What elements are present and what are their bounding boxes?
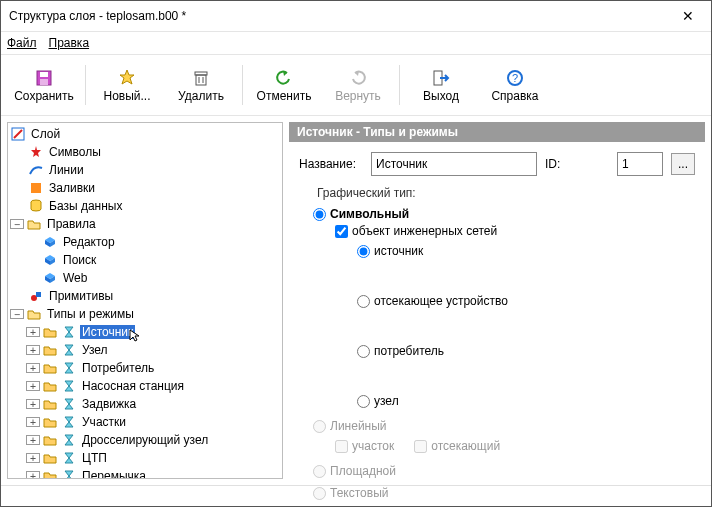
fill-icon bbox=[28, 180, 44, 196]
window-title: Структура слоя - teplosam.b00 * bbox=[9, 9, 673, 23]
radio-cutoff[interactable] bbox=[357, 295, 370, 308]
radio-consumer[interactable] bbox=[357, 345, 370, 358]
menu-file[interactable]: Файл bbox=[7, 36, 37, 50]
exit-button[interactable]: Выход bbox=[404, 58, 478, 112]
id-more-button[interactable]: ... bbox=[671, 153, 695, 175]
tree-item[interactable]: Перемычка bbox=[80, 469, 148, 479]
hourglass-icon bbox=[61, 396, 77, 412]
tree-view[interactable]: Слой Символы Линии Заливки Базы данных −… bbox=[7, 122, 283, 479]
tree-item[interactable]: Насосная станция bbox=[80, 379, 186, 393]
tree-rules[interactable]: Правила bbox=[45, 217, 98, 231]
close-icon[interactable]: ✕ bbox=[673, 8, 703, 24]
id-label: ID: bbox=[545, 157, 609, 171]
undo-icon bbox=[275, 67, 293, 89]
svg-rect-1 bbox=[40, 72, 48, 77]
toolbar: Сохранить Новый... Удалить Отменить Верн… bbox=[1, 54, 711, 116]
tree-web[interactable]: Web bbox=[61, 271, 89, 285]
expand-icon[interactable]: + bbox=[26, 453, 40, 463]
collapse-icon[interactable]: − bbox=[10, 309, 24, 319]
star-icon bbox=[28, 144, 44, 160]
hourglass-icon bbox=[61, 324, 77, 340]
tree-root[interactable]: Слой bbox=[29, 127, 62, 141]
tree-item[interactable]: ЦТП bbox=[80, 451, 109, 465]
chk-section bbox=[335, 440, 348, 453]
cube-icon bbox=[42, 234, 58, 250]
layer-icon bbox=[10, 126, 26, 142]
folder-icon bbox=[42, 324, 58, 340]
folder-icon bbox=[42, 396, 58, 412]
expand-icon[interactable]: + bbox=[26, 417, 40, 427]
tree-databases[interactable]: Базы данных bbox=[47, 199, 124, 213]
folder-icon bbox=[42, 414, 58, 430]
name-label: Название: bbox=[299, 157, 363, 171]
tree-fills[interactable]: Заливки bbox=[47, 181, 97, 195]
folder-icon bbox=[42, 468, 58, 479]
collapse-icon[interactable]: − bbox=[10, 219, 24, 229]
redo-icon bbox=[349, 67, 367, 89]
folder-icon bbox=[42, 432, 58, 448]
folder-icon bbox=[42, 342, 58, 358]
tree-item[interactable]: Источник bbox=[80, 325, 135, 339]
save-button[interactable]: Сохранить bbox=[7, 58, 81, 112]
menu-bar: Файл Правка bbox=[1, 32, 711, 54]
radio-node[interactable] bbox=[357, 395, 370, 408]
radio-area bbox=[313, 465, 326, 478]
expand-icon[interactable]: + bbox=[26, 471, 40, 479]
svg-text:?: ? bbox=[512, 72, 518, 84]
new-button[interactable]: Новый... bbox=[90, 58, 164, 112]
expand-icon[interactable]: + bbox=[26, 345, 40, 355]
expand-icon[interactable]: + bbox=[26, 381, 40, 391]
tree-item[interactable]: Узел bbox=[80, 343, 110, 357]
new-icon bbox=[118, 67, 136, 89]
tree-types-modes[interactable]: Типы и режимы bbox=[45, 307, 136, 321]
save-icon bbox=[35, 67, 53, 89]
expand-icon[interactable]: + bbox=[26, 363, 40, 373]
hourglass-icon bbox=[61, 432, 77, 448]
svg-rect-11 bbox=[31, 183, 41, 193]
svg-rect-2 bbox=[40, 79, 48, 85]
svg-rect-14 bbox=[36, 292, 41, 297]
tree-lines[interactable]: Линии bbox=[47, 163, 86, 177]
tree-symbols[interactable]: Символы bbox=[47, 145, 103, 159]
radio-linear bbox=[313, 420, 326, 433]
expand-icon[interactable]: + bbox=[26, 399, 40, 409]
chk-cutting bbox=[414, 440, 427, 453]
gtype-label: Графический тип: bbox=[313, 186, 420, 200]
hourglass-icon bbox=[61, 378, 77, 394]
menu-edit[interactable]: Правка bbox=[49, 36, 90, 50]
redo-button: Вернуть bbox=[321, 58, 395, 112]
database-icon bbox=[28, 198, 44, 214]
hourglass-icon bbox=[61, 414, 77, 430]
hourglass-icon bbox=[61, 468, 77, 479]
line-icon bbox=[28, 162, 44, 178]
tree-item[interactable]: Потребитель bbox=[80, 361, 156, 375]
tree-editor[interactable]: Редактор bbox=[61, 235, 117, 249]
undo-button[interactable]: Отменить bbox=[247, 58, 321, 112]
folder-open-icon bbox=[26, 216, 42, 232]
hourglass-icon bbox=[61, 360, 77, 376]
folder-open-icon bbox=[26, 306, 42, 322]
folder-icon bbox=[42, 360, 58, 376]
panel-header: Источник - Типы и режимы bbox=[289, 122, 705, 142]
svg-rect-4 bbox=[195, 72, 207, 75]
chk-engnet[interactable] bbox=[335, 225, 348, 238]
svg-rect-3 bbox=[196, 75, 206, 85]
name-input[interactable] bbox=[371, 152, 537, 176]
radio-source[interactable] bbox=[357, 245, 370, 258]
hourglass-icon bbox=[61, 342, 77, 358]
id-input[interactable] bbox=[617, 152, 663, 176]
cube-icon bbox=[42, 252, 58, 268]
tree-search[interactable]: Поиск bbox=[61, 253, 98, 267]
expand-icon[interactable]: + bbox=[26, 435, 40, 445]
status-bar bbox=[1, 485, 711, 506]
tree-item[interactable]: Дросселирующий узел bbox=[80, 433, 210, 447]
tree-item[interactable]: Задвижка bbox=[80, 397, 138, 411]
help-button[interactable]: ? Справка bbox=[478, 58, 552, 112]
tree-primitives[interactable]: Примитивы bbox=[47, 289, 115, 303]
delete-button[interactable]: Удалить bbox=[164, 58, 238, 112]
folder-icon bbox=[42, 450, 58, 466]
expand-icon[interactable]: + bbox=[26, 327, 40, 337]
tree-item[interactable]: Участки bbox=[80, 415, 128, 429]
primitives-icon bbox=[28, 288, 44, 304]
radio-symbolic[interactable] bbox=[313, 208, 326, 221]
